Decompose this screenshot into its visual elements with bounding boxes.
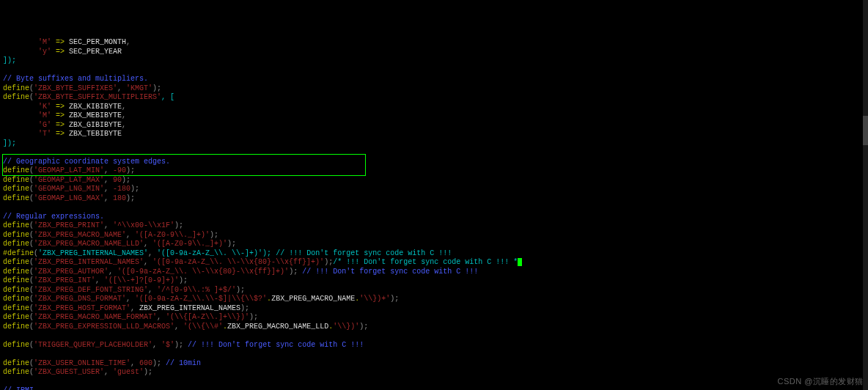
number-token: 90 — [113, 176, 122, 184]
code-line[interactable]: ]); — [3, 139, 865, 149]
code-token: ZBX_PREG_MACRO_NAME — [271, 295, 355, 303]
code-token: ); — [126, 194, 135, 202]
string-token: '\\})+' — [359, 295, 390, 303]
code-token: ); — [144, 368, 152, 376]
code-line[interactable]: define('ZBX_USER_ONLINE_TIME', 600); // … — [3, 359, 865, 369]
code-line[interactable] — [3, 148, 865, 158]
comment-token: // IPMI — [3, 386, 34, 390]
code-line[interactable]: define('ZBX_PREG_HOST_FORMAT', ZBX_PREG_… — [3, 304, 865, 314]
code-line[interactable]: define('GEOMAP_LAT_MIN', -90); — [3, 166, 865, 176]
keyword-token: define — [3, 240, 29, 248]
code-line[interactable]: 'G' => ZBX_GIBIBYTE, — [3, 121, 865, 130]
code-token: ); — [122, 176, 130, 184]
code-line[interactable]: 'M' => ZBX_MEBIBYTE, — [3, 111, 865, 121]
code-line[interactable]: define('ZBX_PREG_PRINT', '^\\x00-\\x1F')… — [3, 221, 865, 231]
code-token: ); — [227, 240, 236, 248]
comment-token: // Byte suffixes and multipliers. — [3, 75, 148, 83]
code-line[interactable]: 'M' => SEC_PER_MONTH, — [3, 38, 865, 48]
string-token: 'ZBX_PREG_EXPRESSION_LLD_MACROS' — [34, 323, 174, 331]
code-token: , — [157, 313, 166, 321]
string-token: '([\\-+]?[0-9]+)' — [104, 276, 179, 284]
code-line[interactable]: // Geographic coordinate system edges. — [3, 158, 865, 167]
code-token: , — [130, 304, 139, 312]
code-token — [3, 130, 38, 138]
code-line[interactable]: // IPMI — [3, 386, 865, 390]
string-token: 'GEOMAP_LNG_MIN' — [34, 185, 104, 193]
vertical-scrollbar-thumb[interactable] — [863, 116, 868, 145]
code-line[interactable]: define('TRIGGER_QUERY_PLACEHOLDER', '$')… — [3, 341, 865, 350]
string-token: '/^[0-9\\.:% ]+$/' — [157, 286, 236, 294]
code-line[interactable]: define('ZBX_PREG_MACRO_NAME_FORMAT', '(\… — [3, 313, 865, 323]
code-token: => — [51, 38, 69, 46]
code-editor-viewport[interactable]: 'M' => SEC_PER_MONTH, 'y' => SEC_PER_YEA… — [0, 37, 868, 390]
keyword-token: define — [3, 258, 29, 266]
code-token: => — [51, 111, 69, 119]
code-token: , — [104, 368, 113, 376]
code-line[interactable] — [3, 331, 865, 341]
code-token: ZBX_KIBIBYTE — [69, 103, 122, 111]
vertical-scrollbar-track[interactable] — [863, 0, 868, 390]
code-line[interactable]: 'K' => ZBX_KIBIBYTE, — [3, 103, 865, 112]
code-token: ); — [324, 258, 333, 266]
code-line[interactable]: define('ZBX_BYTE_SUFFIX_MULTIPLIERS', [ — [3, 93, 865, 103]
code-line[interactable]: define('ZBX_PREG_MACRO_NAME', '([A-Z0-9\… — [3, 231, 865, 240]
code-token: '([0-9a-zA-Z_\\. \\-]+)' — [157, 249, 262, 257]
string-token: 'guest' — [113, 368, 144, 376]
number-token: 600 — [139, 359, 152, 367]
code-token: ZBX_PREG_MACRO_NAME_LLD — [227, 323, 328, 331]
code-line[interactable]: define('ZBX_PREG_AUTHOR', '([0-9a-zA-Z_\… — [3, 268, 865, 277]
code-token: , — [95, 276, 104, 284]
code-token: ZBX_PREG_INTERNAL_NAMES — [139, 304, 240, 312]
code-line[interactable]: define('ZBX_PREG_EXPRESSION_LLD_MACROS',… — [3, 323, 865, 332]
string-token: 'ZBX_BYTE_SUFFIX_MULTIPLIERS' — [34, 93, 161, 101]
code-token: , — [152, 341, 161, 349]
string-token: '([A-Z0-9\\._]+)' — [135, 231, 210, 239]
string-token: '^\\x00-\\x1F' — [113, 221, 174, 229]
code-line[interactable] — [3, 378, 865, 387]
code-token: , — [148, 286, 157, 294]
code-line[interactable]: define('GEOMAP_LAT_MAX', 90); — [3, 176, 865, 185]
code-token: ZBX_GIBIBYTE — [69, 121, 122, 129]
string-token: 'ZBX_GUEST_USER' — [34, 368, 104, 376]
string-token: 'ZBX_PREG_MACRO_NAME_LLD' — [34, 240, 144, 248]
code-line[interactable]: 'T' => ZBX_TEBIBYTE — [3, 130, 865, 139]
code-line[interactable]: define('ZBX_PREG_INT', '([\\-+]?[0-9]+)'… — [3, 276, 865, 286]
code-token: , — [144, 258, 152, 266]
code-token: , — [122, 103, 126, 111]
code-line[interactable]: define('ZBX_PREG_MACRO_NAME_LLD', '([A-Z… — [3, 240, 865, 249]
code-line[interactable]: #define('ZBX_PREG_INTERNAL_NAMES', '([0-… — [3, 249, 865, 259]
code-token — [3, 48, 38, 56]
code-line[interactable]: // Regular expressions. — [3, 213, 865, 222]
string-token: 'TRIGGER_QUERY_PLACEHOLDER' — [34, 341, 152, 349]
string-token: '([0-9a-zA-Z_\\.\\-$]|\\{\\$?' — [135, 295, 267, 303]
code-line[interactable]: define('GEOMAP_LNG_MIN', -180); — [3, 185, 865, 194]
string-token: 'ZBX_PREG_MACRO_NAME' — [34, 231, 126, 239]
code-line[interactable] — [3, 203, 865, 213]
code-token: ZBX_MEBIBYTE — [69, 111, 122, 119]
keyword-token: #define — [3, 249, 34, 257]
code-token: , [ — [161, 93, 174, 101]
code-line[interactable]: // Byte suffixes and multipliers. — [3, 75, 865, 84]
code-line[interactable]: 'y' => SEC_PER_YEAR — [3, 48, 865, 57]
code-token — [3, 121, 38, 129]
string-token: '([0-9a-zA-Z_\\. \\-\\x{80}-\\x{ff}]+)' — [152, 258, 324, 266]
string-token: 'ZBX_PREG_MACRO_NAME_FORMAT' — [34, 313, 157, 321]
code-line[interactable]: ]); — [3, 56, 865, 66]
code-line[interactable]: define('ZBX_GUEST_USER', 'guest'); — [3, 368, 865, 378]
keyword-token: define — [3, 231, 29, 239]
code-line[interactable]: define('ZBX_BYTE_SUFFIXES', 'KMGT'); — [3, 84, 865, 94]
string-token: 'GEOMAP_LAT_MIN' — [34, 166, 104, 174]
code-line[interactable] — [3, 66, 865, 76]
keyword-token: define — [3, 323, 29, 331]
code-token — [3, 103, 38, 111]
string-token: 'ZBX_PREG_INTERNAL_NAMES' — [34, 258, 144, 266]
code-token: ); — [174, 221, 183, 229]
string-token: 'ZBX_PREG_DNS_FORMAT' — [34, 295, 126, 303]
code-line[interactable]: define('ZBX_PREG_INTERNAL_NAMES', '([0-9… — [3, 258, 865, 268]
code-line[interactable]: define('GEOMAP_LNG_MAX', 180); — [3, 194, 865, 204]
code-line[interactable] — [3, 350, 865, 359]
string-token: 'GEOMAP_LNG_MAX' — [34, 194, 104, 202]
code-line[interactable]: define('ZBX_PREG_DNS_FORMAT', '([0-9a-zA… — [3, 295, 865, 304]
code-line[interactable]: define('ZBX_PREG_DEF_FONT_STRING', '/^[0… — [3, 286, 865, 295]
string-token: 'M' — [38, 111, 51, 119]
